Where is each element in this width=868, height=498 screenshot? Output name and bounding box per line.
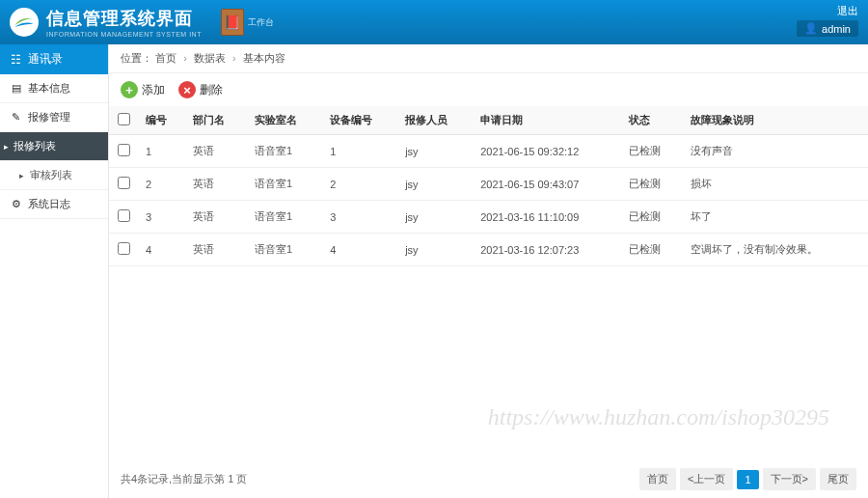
cell-id: 1 <box>138 135 185 168</box>
cell-dept: 英语 <box>185 201 247 234</box>
cell-date: 2021-06-15 09:43:07 <box>473 168 621 201</box>
col-lab[interactable]: 实验室名 <box>247 106 322 135</box>
cell-person: jsy <box>397 201 473 234</box>
user-icon: 👤 <box>804 22 818 35</box>
row-checkbox[interactable] <box>118 209 130 222</box>
cell-id: 3 <box>138 201 185 234</box>
record-info: 共4条记录,当前显示第 1 页 <box>121 472 247 486</box>
cell-dev: 2 <box>322 168 397 201</box>
cell-status: 已检测 <box>621 135 683 168</box>
sidebar: ☷ 通讯录 ▤ 基本信息 ✎ 报修管理 报修列表 ▸ 审核列表 ⚙ 系统日志 <box>0 44 109 498</box>
sidebar-item-label: 报修管理 <box>28 110 70 124</box>
add-label: 添加 <box>142 82 165 98</box>
cell-desc: 空调坏了，没有制冷效果。 <box>683 234 869 266</box>
app-logo <box>10 8 39 37</box>
doc-icon: ▤ <box>10 82 22 95</box>
col-desc[interactable]: 故障现象说明 <box>683 106 869 135</box>
table-row[interactable]: 4英语语音室14jsy2021-03-16 12:07:23已检测空调坏了，没有… <box>109 234 868 266</box>
col-id[interactable]: 编号 <box>138 106 185 135</box>
breadcrumb-sep: › <box>232 52 236 64</box>
row-checkbox[interactable] <box>118 242 130 255</box>
col-dev[interactable]: 设备编号 <box>322 106 397 135</box>
col-status[interactable]: 状态 <box>621 106 683 135</box>
page-current[interactable]: 1 <box>737 470 758 489</box>
cell-dept: 英语 <box>185 135 247 168</box>
add-button[interactable]: + 添加 <box>121 81 165 98</box>
cell-person: jsy <box>397 135 473 168</box>
cell-desc: 没有声音 <box>683 135 869 168</box>
breadcrumb-part[interactable]: 数据表 <box>194 52 226 64</box>
data-table: 编号 部门名 实验室名 设备编号 报修人员 申请日期 状态 故障现象说明 1英语… <box>109 106 868 266</box>
x-icon: × <box>178 81 196 98</box>
page-first[interactable]: 首页 <box>639 468 676 490</box>
select-all-checkbox[interactable] <box>118 113 130 125</box>
cell-id: 4 <box>138 234 185 266</box>
delete-button[interactable]: × 删除 <box>178 81 223 98</box>
edit-icon: ✎ <box>10 111 22 124</box>
user-name: admin <box>822 23 851 35</box>
cell-date: 2021-03-16 12:07:23 <box>473 234 621 266</box>
sidebar-item-label: 基本信息 <box>28 81 70 96</box>
cell-person: jsy <box>397 234 473 266</box>
table-row[interactable]: 3英语语音室13jsy2021-03-16 11:10:09已检测坏了 <box>109 201 868 234</box>
sidebar-item-system-log[interactable]: ⚙ 系统日志 <box>0 190 108 219</box>
sidebar-header-label: 通讯录 <box>28 51 63 68</box>
cell-person: jsy <box>397 168 473 201</box>
contacts-icon: ☷ <box>10 53 22 66</box>
user-badge[interactable]: 👤 admin <box>797 20 858 37</box>
cell-id: 2 <box>138 168 185 201</box>
row-checkbox[interactable] <box>118 144 130 156</box>
app-title: 信息管理系统界面 <box>46 7 202 30</box>
app-header: 信息管理系统界面 INFORMATION MANAGEMENT SYSTEM I… <box>0 0 868 44</box>
sidebar-item-review-list[interactable]: ▸ 审核列表 <box>0 161 108 190</box>
toolbar: + 添加 × 删除 <box>109 73 868 106</box>
sidebar-item-label: 报修列表 <box>14 139 56 153</box>
row-checkbox[interactable] <box>118 177 130 189</box>
breadcrumb-sep: › <box>183 52 187 64</box>
app-subtitle: INFORMATION MANAGEMENT SYSTEM INT <box>46 31 202 38</box>
table-row[interactable]: 2英语语音室12jsy2021-06-15 09:43:07已检测损坏 <box>109 168 868 201</box>
gear-icon: ⚙ <box>10 198 22 210</box>
breadcrumb-prefix: 位置： <box>121 52 152 64</box>
cell-dept: 英语 <box>185 234 247 266</box>
logout-link[interactable]: 退出 <box>797 4 858 18</box>
table-header-row: 编号 部门名 实验室名 设备编号 报修人员 申请日期 状态 故障现象说明 <box>109 106 868 135</box>
col-person[interactable]: 报修人员 <box>397 106 473 135</box>
cell-lab: 语音室1 <box>247 135 322 168</box>
cell-lab: 语音室1 <box>247 201 322 234</box>
sidebar-item-basic-info[interactable]: ▤ 基本信息 <box>0 74 108 103</box>
cell-date: 2021-06-15 09:32:12 <box>473 135 621 168</box>
workbench-label: 工作台 <box>248 16 274 29</box>
page-next[interactable]: 下一页> <box>763 468 816 490</box>
workbench-icon[interactable]: 📕 <box>221 9 244 36</box>
cell-lab: 语音室1 <box>247 168 322 201</box>
sidebar-item-repair-list[interactable]: 报修列表 <box>0 132 108 161</box>
sidebar-header[interactable]: ☷ 通讯录 <box>0 44 108 74</box>
page-prev[interactable]: <上一页 <box>680 468 733 490</box>
sidebar-item-label: 系统日志 <box>28 197 70 211</box>
cell-dev: 3 <box>322 201 397 234</box>
cell-dev: 1 <box>322 135 397 168</box>
sidebar-item-label: 审核列表 <box>30 168 72 182</box>
breadcrumb-part: 基本内容 <box>243 52 285 64</box>
col-date[interactable]: 申请日期 <box>473 106 621 135</box>
breadcrumb-part[interactable]: 首页 <box>155 52 176 64</box>
cell-status: 已检测 <box>621 234 683 266</box>
cell-desc: 损坏 <box>683 168 869 201</box>
plus-icon: + <box>121 81 138 98</box>
pagination: 首页 <上一页 1 下一页> 尾页 <box>639 468 856 490</box>
breadcrumb: 位置： 首页 › 数据表 › 基本内容 <box>109 44 868 73</box>
table-row[interactable]: 1英语语音室11jsy2021-06-15 09:32:12已检测没有声音 <box>109 135 868 168</box>
cell-dept: 英语 <box>185 168 247 201</box>
cell-dev: 4 <box>322 234 397 266</box>
content-area: 位置： 首页 › 数据表 › 基本内容 + 添加 × 删除 编号 <box>109 44 868 498</box>
page-last[interactable]: 尾页 <box>820 468 856 490</box>
chevron-right-icon: ▸ <box>19 171 24 180</box>
sidebar-item-repair-mgmt[interactable]: ✎ 报修管理 <box>0 103 108 132</box>
delete-label: 删除 <box>200 82 223 98</box>
cell-status: 已检测 <box>621 201 683 234</box>
col-dept[interactable]: 部门名 <box>185 106 247 135</box>
cell-lab: 语音室1 <box>247 234 322 266</box>
cell-date: 2021-03-16 11:10:09 <box>473 201 621 234</box>
cell-status: 已检测 <box>621 168 683 201</box>
